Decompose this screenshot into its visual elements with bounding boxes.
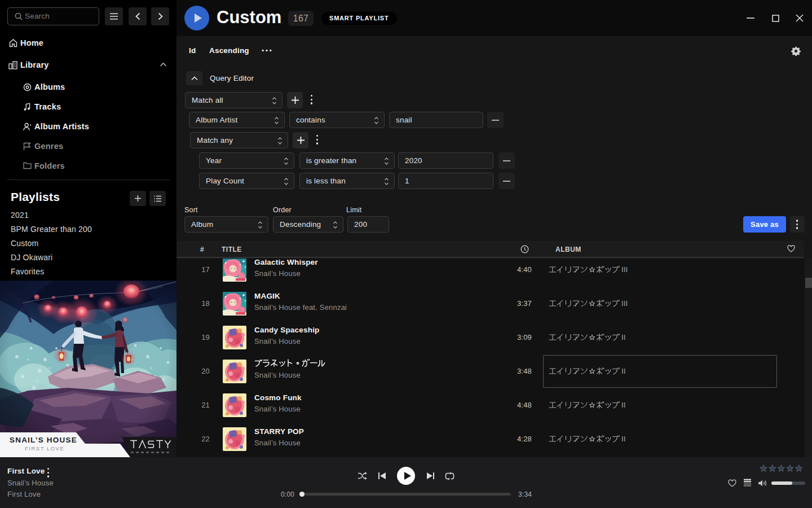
svg-text:III: III — [621, 299, 628, 308]
svg-text:II: II — [621, 435, 626, 443]
svg-text:II: II — [621, 401, 626, 409]
svg-text:III: III — [621, 265, 628, 274]
svg-text:II: II — [621, 367, 626, 375]
svg-text:SNAIL’S HOUSE: SNAIL’S HOUSE — [10, 436, 77, 444]
svg-text:FIRST LOVE: FIRST LOVE — [25, 445, 64, 452]
svg-text:II: II — [621, 333, 626, 341]
